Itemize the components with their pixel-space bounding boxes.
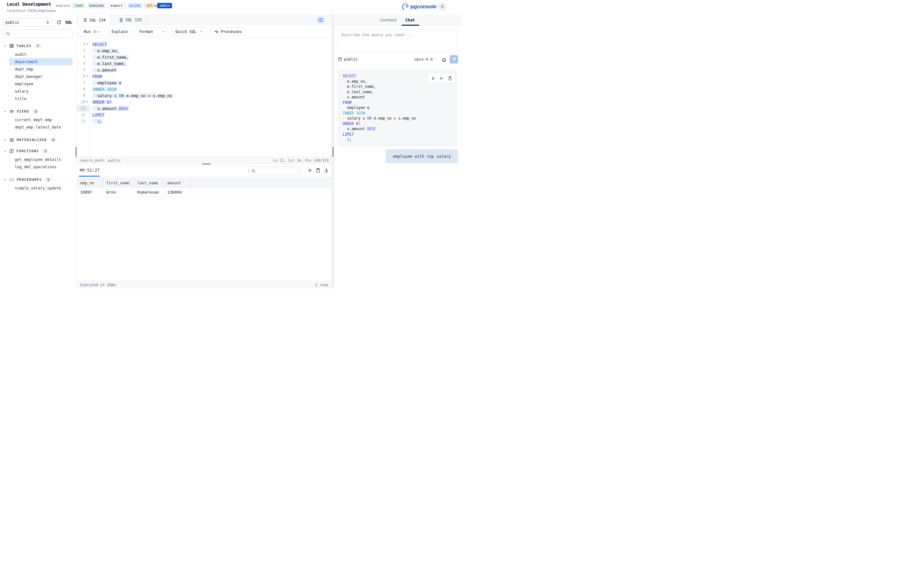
gutter-line-10: 10 bbox=[77, 99, 89, 105]
line-number: 4 bbox=[83, 61, 86, 66]
tab-context[interactable]: Context bbox=[380, 15, 397, 25]
table-row[interactable]: 10897ArnoKumaresan136004 bbox=[77, 187, 332, 197]
format-caret-icon[interactable] bbox=[159, 27, 168, 35]
model-select[interactable]: opus-4.6 bbox=[414, 57, 437, 61]
tree-item-dept_manager[interactable]: dept_manager bbox=[9, 73, 73, 80]
model-caret-icon bbox=[434, 58, 437, 61]
sidebar-search[interactable] bbox=[3, 29, 73, 38]
chat-composer[interactable] bbox=[338, 29, 457, 52]
app-header: Local Development localhost:5432/employe… bbox=[0, 0, 462, 15]
add-result-tab-icon[interactable] bbox=[307, 168, 312, 173]
tree-item-department[interactable]: department bbox=[9, 58, 73, 65]
download-results-icon[interactable] bbox=[324, 168, 329, 173]
column-header-filler bbox=[190, 179, 332, 187]
editor-code[interactable]: SELECT e.emp_no, e.first_name, e.last_na… bbox=[90, 38, 332, 157]
chevron-down-icon[interactable] bbox=[3, 44, 7, 48]
fold-arrow-icon[interactable] bbox=[86, 44, 89, 45]
copy-sql-icon[interactable] bbox=[448, 76, 452, 81]
column-header-amount[interactable]: amount bbox=[164, 179, 190, 187]
table-cell[interactable]: 136004 bbox=[164, 187, 190, 197]
panel-divider bbox=[332, 15, 334, 288]
format-button[interactable]: Format bbox=[135, 27, 168, 36]
split-panel-icon[interactable] bbox=[317, 16, 325, 24]
section-header-materialized[interactable]: MATERIALIZED0 bbox=[0, 135, 77, 144]
section-label: PROCEDURES bbox=[17, 177, 42, 182]
tree-item-log_dml_operations[interactable]: log_dml_operations bbox=[9, 163, 73, 171]
chat-input[interactable] bbox=[338, 30, 457, 52]
fold-arrow-icon[interactable] bbox=[86, 101, 89, 103]
permission-tag-export: export bbox=[108, 3, 126, 9]
tab-sql-133[interactable]: SQL 133 bbox=[115, 15, 147, 25]
code-token: s.amount bbox=[92, 68, 116, 73]
section-header-tables[interactable]: TABLES7 bbox=[0, 42, 77, 50]
permission-tag-execute: execute bbox=[87, 3, 106, 8]
avatar[interactable]: A bbox=[438, 3, 446, 11]
section-items: simple_salary_update bbox=[9, 184, 77, 193]
results-search[interactable] bbox=[248, 166, 300, 175]
gutter-line-2: 2 bbox=[77, 47, 89, 54]
split-drag-handle[interactable] bbox=[202, 163, 211, 165]
send-button[interactable] bbox=[450, 55, 458, 63]
tree-item-title[interactable]: title bbox=[9, 95, 73, 102]
code-token: LIMIT bbox=[92, 113, 105, 117]
tree-item-audit[interactable]: audit bbox=[9, 51, 73, 58]
table-cell[interactable]: Kumaresan bbox=[134, 187, 164, 197]
chevron-down-icon[interactable] bbox=[3, 138, 7, 142]
chat-code-line-6: FROM bbox=[342, 100, 452, 105]
tree-item-dept_emp[interactable]: dept_emp bbox=[9, 65, 73, 73]
table-cell[interactable]: 10897 bbox=[77, 187, 103, 197]
section-header-views[interactable]: VIEWS2 bbox=[0, 107, 77, 115]
code-token: ; bbox=[100, 119, 102, 124]
model-label: opus-4.6 bbox=[414, 57, 433, 61]
chevron-down-icon[interactable] bbox=[3, 110, 7, 113]
tab-label: SQL 133 bbox=[126, 18, 142, 22]
code-line-2: e.emp_no, bbox=[90, 47, 332, 54]
column-header-last_name[interactable]: last_name bbox=[134, 179, 164, 187]
column-header-first_name[interactable]: first_name bbox=[103, 179, 134, 187]
column-header-emp_no[interactable]: emp_no bbox=[77, 179, 103, 187]
tree-item-current_dept_emp[interactable]: current_dept_emp bbox=[9, 116, 73, 123]
quick-sql-label: Quick SQL bbox=[176, 29, 196, 34]
chat-code-line-11: s.amount DESC bbox=[342, 126, 452, 132]
chat-panel: Context Chat public opus-4.6 SELECT e.em… bbox=[334, 15, 462, 288]
tree-item-employee[interactable]: employee bbox=[9, 80, 73, 87]
processes-button[interactable]: Processes bbox=[210, 27, 246, 36]
tab-sql-134[interactable]: SQL 134 bbox=[78, 15, 111, 26]
explain-button[interactable]: Explain bbox=[107, 27, 132, 36]
tab-chat[interactable]: Chat bbox=[405, 15, 415, 25]
results-search-input[interactable] bbox=[258, 168, 297, 173]
run-suggestion-icon[interactable] bbox=[431, 76, 435, 81]
code-token: salary s bbox=[92, 93, 119, 98]
clear-chat-icon[interactable] bbox=[441, 57, 446, 62]
tree-item-salary[interactable]: salary bbox=[9, 87, 73, 95]
sidebar-resize-handle[interactable] bbox=[75, 147, 77, 157]
schema-select[interactable]: public bbox=[3, 18, 52, 27]
code-line-13: 1; bbox=[90, 118, 332, 124]
chevron-down-icon[interactable] bbox=[3, 149, 7, 153]
copy-results-icon[interactable] bbox=[316, 168, 320, 173]
table-cell[interactable]: Arno bbox=[103, 187, 134, 197]
panel-resize-handle[interactable] bbox=[333, 147, 334, 157]
tree-item-dept_emp_latest_date[interactable]: dept_emp_latest_date bbox=[9, 123, 73, 131]
run-button[interactable]: Run ⌘↵ bbox=[79, 27, 104, 36]
insert-to-editor-icon[interactable] bbox=[439, 76, 444, 81]
fold-arrow-icon[interactable] bbox=[86, 76, 89, 77]
editor-gutter: 12345678910111213 bbox=[77, 38, 90, 157]
tree-item-get_employee_details[interactable]: get_employee_details bbox=[9, 156, 73, 163]
result-timer-tab[interactable]: 00:51:27 bbox=[79, 168, 100, 172]
refresh-icon[interactable] bbox=[57, 20, 61, 25]
quick-sql-button[interactable]: Quick SQL bbox=[171, 27, 207, 36]
sidebar-search-input[interactable] bbox=[12, 31, 69, 37]
eye-icon bbox=[9, 109, 14, 114]
chevron-down-icon[interactable] bbox=[3, 178, 7, 181]
section-header-procedures[interactable]: PROCEDURES1 bbox=[0, 175, 77, 184]
search-icon bbox=[251, 169, 256, 173]
section-header-functions[interactable]: FUNCTIONS2 bbox=[0, 147, 77, 155]
code-token: e.emp_no = s.emp_no bbox=[124, 93, 172, 98]
code-token: BY bbox=[356, 121, 360, 126]
code-token bbox=[342, 137, 347, 142]
tree-item-simple_salary_update[interactable]: simple_salary_update bbox=[9, 184, 73, 192]
chevron-down-icon[interactable] bbox=[153, 4, 158, 8]
sql-mode-label[interactable]: SQL bbox=[65, 20, 72, 25]
sql-editor[interactable]: 12345678910111213 SELECT e.emp_no, e.fir… bbox=[77, 38, 332, 157]
